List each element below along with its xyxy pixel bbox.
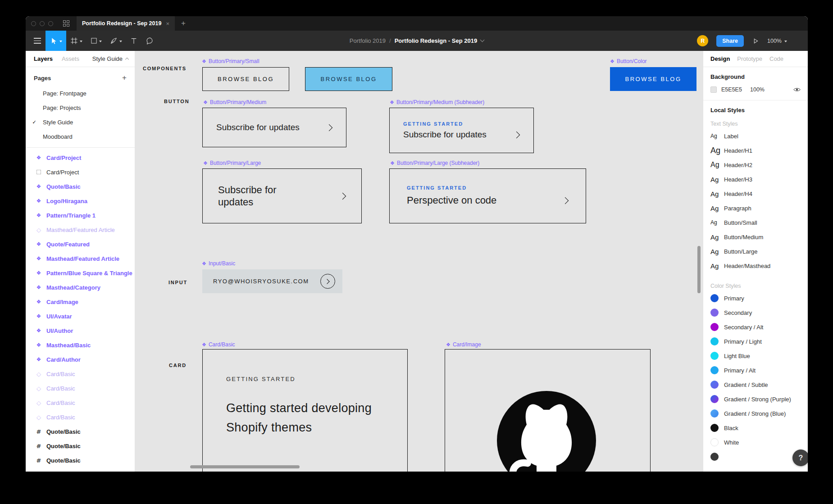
canvas[interactable]: COMPONENTS BUTTON INPUT CARD ❖ Button/Pr… — [135, 51, 703, 472]
avatar[interactable]: R — [697, 35, 708, 46]
text-style-row[interactable]: AgHeader/H3 — [703, 172, 808, 186]
text-style-row[interactable]: AgButton/Small — [703, 215, 808, 230]
chevron-down-icon[interactable] — [480, 38, 485, 42]
input-basic[interactable]: RYO@WHOISRYOSUKE.COM — [202, 269, 342, 293]
color-style-row[interactable]: Gradient / Subtle — [703, 377, 808, 392]
layer-item[interactable]: #Quote/Basic — [26, 439, 135, 453]
tab-layers[interactable]: Layers — [34, 55, 53, 62]
add-page-button[interactable]: + — [122, 73, 127, 82]
new-tab-button[interactable]: + — [181, 19, 186, 28]
text-tool-button[interactable] — [126, 31, 141, 51]
button-primary-medium-subheader[interactable]: GETTING STARTED Subscribe for updates — [389, 108, 534, 153]
close-window-icon[interactable] — [31, 21, 36, 26]
color-style-row[interactable]: Black — [703, 421, 808, 435]
tab-design[interactable]: Design — [710, 55, 730, 62]
layer-item[interactable]: ❖Masthead/Featured Article — [26, 251, 135, 266]
file-tab[interactable]: Portfolio Redesign - Sep 2019 × — [77, 16, 175, 31]
tab-code[interactable]: Code — [769, 55, 783, 62]
layer-item[interactable]: ◇Card/Basic — [26, 410, 135, 424]
color-style-row[interactable]: Gradient / Strong (Blue) — [703, 406, 808, 421]
chevron-down-icon[interactable] — [80, 41, 82, 42]
vertical-scrollbar[interactable] — [697, 246, 701, 293]
background-hex-value[interactable]: E5E5E5 — [721, 86, 750, 93]
text-style-row[interactable]: AgButton/Medium — [703, 230, 808, 244]
move-tool-button[interactable] — [46, 31, 66, 51]
frame-label-card-image[interactable]: ❖ Card/Image — [446, 341, 481, 348]
color-style-row[interactable]: White — [703, 435, 808, 450]
text-style-row[interactable]: AgHeader/H4 — [703, 186, 808, 201]
button-primary-large[interactable]: Subscribe for updates — [202, 168, 362, 223]
page-item[interactable]: Moodboard — [26, 129, 135, 144]
button-primary-small-hover[interactable]: BROWSE BLOG — [305, 67, 392, 91]
layer-item[interactable]: ❖Masthead/Category — [26, 280, 135, 295]
color-style-row[interactable]: Primary / Alt — [703, 363, 808, 377]
frame-label-button-small[interactable]: ❖ Button/Primary/Small — [202, 58, 259, 64]
card-image[interactable] — [445, 349, 651, 472]
layer-item[interactable]: #Quote/Basic — [26, 453, 135, 468]
button-primary-large-subheader[interactable]: GETTING STARTED Perspective on code — [389, 168, 586, 223]
layer-item[interactable]: ❖Card/Project — [26, 150, 135, 165]
chevron-down-icon[interactable] — [119, 41, 122, 42]
minimize-window-icon[interactable] — [40, 21, 45, 26]
layer-item[interactable]: ❖Card/Author — [26, 352, 135, 367]
chevron-down-icon[interactable] — [59, 41, 62, 42]
text-style-row[interactable]: AgHeader/H1 — [703, 143, 808, 158]
page-switcher[interactable]: Style Guide — [92, 55, 128, 62]
horizontal-scrollbar[interactable] — [190, 465, 300, 468]
frame-label-card-basic[interactable]: ❖ Card/Basic — [202, 341, 235, 348]
zoom-control[interactable]: 100% — [767, 38, 787, 44]
background-color-swatch[interactable] — [710, 86, 717, 93]
layer-item[interactable]: ◇Card/Basic — [26, 395, 135, 410]
layer-item[interactable]: ❖Quote/Basic — [26, 179, 135, 194]
layer-item[interactable]: ❖Quote/Featured — [26, 237, 135, 251]
layer-item[interactable]: #Quote/Basic — [26, 424, 135, 439]
submit-arrow-button[interactable] — [320, 274, 335, 289]
frame-label-input-basic[interactable]: ❖ Input/Basic — [202, 260, 235, 267]
layer-item[interactable]: ◇Card/Basic — [26, 381, 135, 395]
layer-item[interactable]: ❖Card/Image — [26, 295, 135, 309]
card-basic[interactable]: GETTING STARTED Getting started developi… — [202, 349, 408, 472]
text-style-row[interactable]: AgLabel — [703, 129, 808, 143]
close-tab-icon[interactable]: × — [166, 20, 169, 27]
frame-tool-button[interactable] — [66, 31, 86, 51]
layer-item[interactable]: ❖UI/Author — [26, 323, 135, 338]
layer-item[interactable]: Card/Project — [26, 165, 135, 179]
maximize-window-icon[interactable] — [48, 21, 53, 26]
color-style-row[interactable]: Primary — [703, 291, 808, 305]
frame-label-button-medium-subheader[interactable]: ❖ Button/Primary/Medium (Subheader) — [390, 99, 484, 105]
layer-item[interactable]: ❖UI/Avatar — [26, 309, 135, 323]
main-menu-button[interactable] — [29, 31, 46, 51]
breadcrumb-file-name[interactable]: Portfolio Redesign - Sep 2019 — [395, 37, 478, 44]
present-icon[interactable] — [752, 37, 759, 45]
page-item[interactable]: Page: Projects — [26, 100, 135, 115]
home-grid-icon[interactable] — [63, 20, 69, 27]
color-style-row[interactable]: Secondary — [703, 305, 808, 320]
page-item[interactable]: ✓Style Guide — [26, 115, 135, 129]
help-button[interactable]: ? — [792, 450, 808, 466]
chevron-down-icon[interactable] — [99, 41, 102, 42]
text-style-row[interactable]: AgHeader/H2 — [703, 158, 808, 172]
layer-item[interactable]: ❖Logo/Hiragana — [26, 194, 135, 208]
tab-prototype[interactable]: Prototype — [737, 55, 762, 62]
text-style-row[interactable]: AgButton/Large — [703, 244, 808, 259]
color-style-row[interactable]: Gradient / Strong (Purple) — [703, 392, 808, 406]
text-style-row[interactable]: AgParagraph — [703, 201, 808, 215]
button-primary-medium[interactable]: Subscribe for updates — [202, 108, 346, 147]
button-primary-small[interactable]: BROWSE BLOG — [202, 67, 289, 91]
color-style-row[interactable]: Light Blue — [703, 349, 808, 363]
layer-item[interactable]: ❖Masthead/Basic — [26, 338, 135, 352]
button-color[interactable]: BROWSE BLOG — [610, 67, 696, 91]
share-button[interactable]: Share — [716, 35, 744, 47]
color-style-row[interactable]: Secondary / Alt — [703, 320, 808, 334]
color-style-row[interactable]: Primary / Light — [703, 334, 808, 349]
visibility-eye-icon[interactable] — [793, 87, 801, 92]
text-style-row[interactable]: AgHeader/Masthead — [703, 259, 808, 273]
layer-item[interactable]: ❖Pattern/Triangle 1 — [26, 208, 135, 222]
tab-assets[interactable]: Assets — [62, 55, 79, 62]
layer-item[interactable]: ◇Masthead/Featured Article — [26, 222, 135, 237]
frame-label-button-large-subheader[interactable]: ❖ Button/Primary/Large (Subheader) — [390, 160, 479, 166]
breadcrumb-project[interactable]: Portfolio 2019 — [350, 37, 386, 44]
frame-label-button-color[interactable]: ❖ Button/Color — [610, 58, 647, 64]
shape-tool-button[interactable] — [86, 31, 106, 51]
comment-tool-button[interactable] — [141, 31, 158, 51]
